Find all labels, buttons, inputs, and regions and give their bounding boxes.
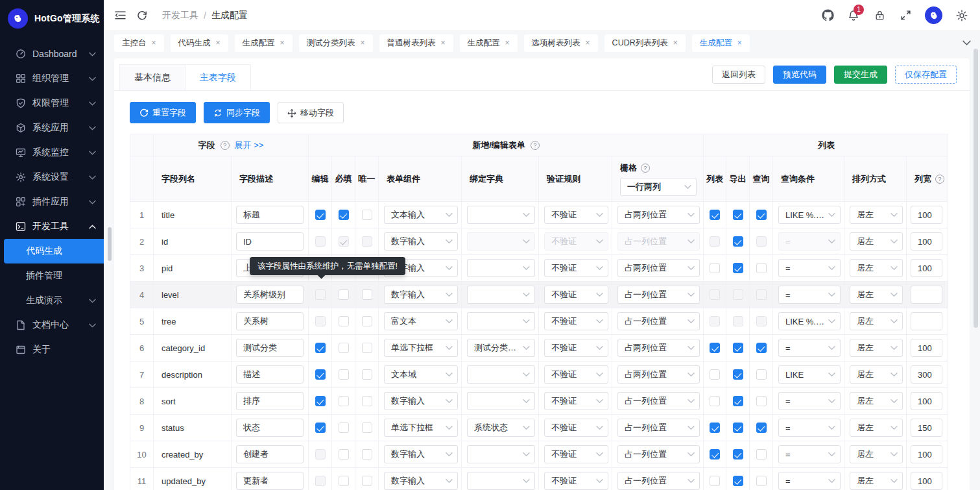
- component-select[interactable]: 数字输入: [384, 286, 458, 304]
- width-input[interactable]: [911, 312, 942, 330]
- align-select[interactable]: 居左: [850, 445, 903, 463]
- dict-select[interactable]: [467, 312, 535, 330]
- dict-select[interactable]: [467, 365, 535, 384]
- rule-select[interactable]: 不验证: [544, 206, 608, 224]
- export-checkbox[interactable]: [733, 236, 743, 247]
- dict-select[interactable]: 系统状态: [467, 419, 535, 437]
- export-checkbox[interactable]: [733, 396, 743, 406]
- field-desc-input[interactable]: 关系树: [236, 312, 304, 330]
- query-cond-select[interactable]: LIKE %...%: [778, 312, 841, 330]
- query-cond-select[interactable]: LIKE %...%: [778, 206, 841, 224]
- align-select[interactable]: 居左: [850, 365, 903, 384]
- field-desc-input[interactable]: 描述: [236, 365, 304, 384]
- collapse-sidebar-icon[interactable]: [114, 10, 126, 21]
- tab-chip[interactable]: 代码生成×: [171, 34, 228, 52]
- close-icon[interactable]: ×: [586, 39, 590, 47]
- tab-main-fields[interactable]: 主表字段: [185, 64, 251, 90]
- query-checkbox[interactable]: [756, 476, 767, 486]
- submit-generate-button[interactable]: 提交生成: [834, 66, 887, 84]
- align-select[interactable]: 居左: [850, 312, 903, 330]
- width-input[interactable]: 100: [911, 392, 942, 410]
- width-input[interactable]: 300: [911, 365, 942, 384]
- align-select[interactable]: 居左: [850, 286, 903, 304]
- dict-select[interactable]: [467, 286, 535, 304]
- unique-checkbox[interactable]: [362, 210, 372, 220]
- field-desc-input[interactable]: 排序: [236, 392, 304, 410]
- query-cond-select[interactable]: =: [778, 472, 841, 490]
- unique-checkbox[interactable]: [362, 289, 372, 300]
- close-icon[interactable]: ×: [152, 39, 156, 47]
- query-cond-select[interactable]: LIKE: [778, 365, 841, 384]
- save-config-only-button[interactable]: 仅保存配置: [895, 66, 957, 84]
- close-icon[interactable]: ×: [673, 39, 678, 47]
- query-cond-select[interactable]: =: [778, 419, 841, 437]
- align-select[interactable]: 居左: [850, 206, 903, 224]
- close-icon[interactable]: ×: [441, 39, 446, 47]
- expand-columns-link[interactable]: 展开 >>: [235, 140, 264, 151]
- unique-checkbox[interactable]: [362, 396, 372, 406]
- width-input[interactable]: 100: [911, 232, 942, 251]
- page-scrollbar[interactable]: [974, 49, 978, 328]
- dict-select[interactable]: 测试分类选项: [467, 339, 535, 357]
- reset-fields-button[interactable]: 重置字段: [130, 102, 196, 123]
- rule-select[interactable]: 不验证: [544, 472, 608, 490]
- export-checkbox[interactable]: [733, 343, 743, 353]
- unique-checkbox[interactable]: [362, 449, 372, 459]
- field-desc-input[interactable]: 标题: [236, 206, 304, 224]
- query-checkbox[interactable]: [756, 369, 767, 380]
- query-checkbox[interactable]: [756, 263, 767, 273]
- notifications-bell-icon[interactable]: 1: [847, 9, 860, 22]
- sidebar-item[interactable]: 权限管理: [0, 91, 104, 116]
- align-select[interactable]: 居左: [850, 232, 903, 251]
- align-select[interactable]: 居左: [850, 339, 903, 357]
- query-checkbox[interactable]: [756, 210, 767, 220]
- tab-chip[interactable]: 生成配置×: [460, 34, 518, 52]
- rule-select[interactable]: 不验证: [544, 339, 608, 357]
- sync-fields-button[interactable]: 同步字段: [204, 102, 270, 123]
- required-checkbox[interactable]: [339, 449, 349, 459]
- width-input[interactable]: 150: [911, 419, 942, 437]
- list-checkbox[interactable]: [710, 369, 720, 380]
- github-icon[interactable]: [821, 9, 834, 22]
- required-checkbox[interactable]: [339, 316, 349, 326]
- query-cond-select[interactable]: =: [778, 339, 841, 357]
- width-input[interactable]: 100: [911, 206, 942, 224]
- screen-lock-icon[interactable]: [873, 9, 886, 22]
- dict-select[interactable]: [467, 445, 535, 463]
- user-avatar[interactable]: [925, 6, 942, 24]
- query-cond-select[interactable]: =: [778, 286, 841, 304]
- component-select[interactable]: 数字输入: [384, 392, 458, 410]
- close-icon[interactable]: ×: [361, 39, 365, 47]
- width-input[interactable]: 100: [911, 445, 942, 463]
- query-checkbox[interactable]: [756, 396, 767, 406]
- close-icon[interactable]: ×: [737, 39, 742, 47]
- field-desc-input[interactable]: 测试分类: [236, 339, 304, 357]
- unique-checkbox[interactable]: [362, 423, 372, 433]
- required-checkbox[interactable]: [339, 396, 349, 406]
- export-checkbox[interactable]: [733, 423, 743, 433]
- required-checkbox[interactable]: [339, 210, 349, 220]
- help-icon[interactable]: ?: [531, 141, 540, 150]
- required-checkbox[interactable]: [339, 343, 349, 353]
- query-cond-select[interactable]: =: [778, 259, 841, 277]
- query-checkbox[interactable]: [756, 343, 767, 353]
- query-cond-select[interactable]: =: [778, 392, 841, 410]
- component-select[interactable]: 文本域: [384, 365, 458, 384]
- component-select[interactable]: 数字输入: [384, 472, 458, 490]
- required-checkbox[interactable]: [339, 423, 349, 433]
- align-select[interactable]: 居左: [850, 472, 903, 490]
- fullscreen-icon[interactable]: [899, 9, 912, 22]
- grid-select[interactable]: 占一列位置: [617, 472, 700, 490]
- unique-checkbox[interactable]: [362, 316, 372, 326]
- tab-chip[interactable]: 选项树表列表×: [524, 34, 598, 52]
- dict-select[interactable]: [467, 392, 535, 410]
- rule-select[interactable]: 不验证: [544, 445, 608, 463]
- tab-chip[interactable]: 测试分类列表×: [299, 34, 373, 52]
- app-logo[interactable]: HotGo管理系统: [0, 0, 104, 31]
- query-checkbox[interactable]: [756, 423, 767, 433]
- grid-select[interactable]: 占一列位置: [617, 419, 700, 437]
- refresh-page-icon[interactable]: [136, 10, 148, 21]
- help-icon[interactable]: ?: [641, 164, 650, 173]
- list-checkbox[interactable]: [710, 476, 720, 486]
- query-checkbox[interactable]: [756, 449, 767, 459]
